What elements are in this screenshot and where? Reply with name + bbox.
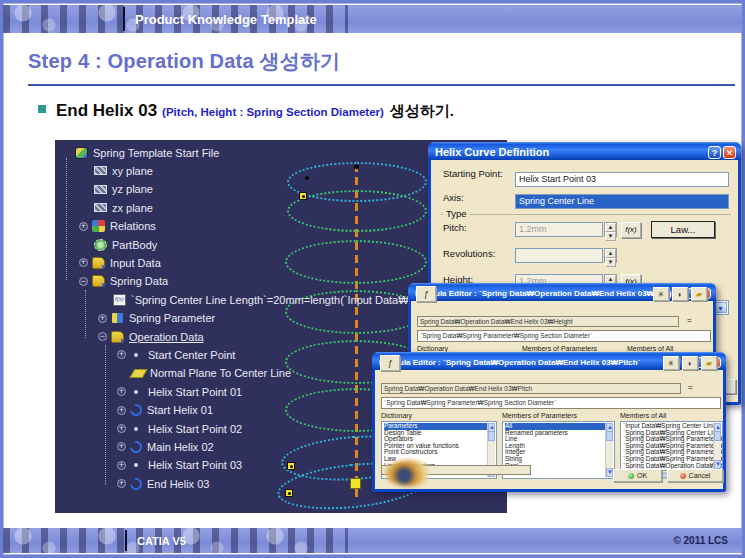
tree-item-yz-plane[interactable]: yz plane: [79, 181, 153, 198]
tree-item-helix-start-point-02[interactable]: +Helix Start Point 02: [117, 420, 242, 437]
formula-target-field: Spring Data₩Operation Data₩End Helix 03₩…: [417, 316, 679, 327]
tree-item-end-helix-03[interactable]: +End Helix 03: [117, 475, 209, 492]
data-icon: [92, 275, 105, 287]
tree-item-label[interactable]: xy plane: [112, 165, 153, 177]
wand-icon[interactable]: ✳: [653, 287, 669, 301]
tree-item-label[interactable]: Operation Data: [129, 331, 204, 343]
expand-icon[interactable]: +: [117, 479, 126, 488]
tree-item-spring-template-start-file[interactable]: Spring Template Start File: [60, 144, 219, 161]
formula-expression-input[interactable]: `Spring Data₩Spring Parameter₩Spring Sec…: [417, 330, 711, 342]
formula-ok-button[interactable]: OK: [613, 469, 662, 482]
list-item[interactable]: Point Constructors: [384, 449, 495, 456]
pitch-input[interactable]: 1.2mm: [515, 222, 603, 237]
tree-item-helix-start-point-03[interactable]: +Helix Start Point 03: [117, 457, 242, 474]
tree-item-label[interactable]: Helix Start Point 03: [148, 459, 242, 471]
tree-item-label[interactable]: zx plane: [112, 202, 153, 214]
revolutions-spinner[interactable]: ▲▼: [604, 248, 617, 263]
expand-icon[interactable]: +: [117, 406, 126, 415]
tree-item-operation-data[interactable]: −Operation Data: [98, 328, 204, 345]
tree-item-label[interactable]: Input Data: [110, 257, 161, 269]
comment-icon[interactable]: ◗: [682, 356, 698, 370]
end-point-marker[interactable]: [350, 478, 361, 489]
expand-icon[interactable]: +: [98, 314, 107, 323]
pitch-formula-button[interactable]: f(x): [621, 222, 641, 238]
expand-icon[interactable]: +: [79, 222, 88, 231]
tree-item-zx-plane[interactable]: zx plane: [79, 199, 153, 216]
tree-item-label[interactable]: Spring Data: [110, 275, 168, 287]
start-center-point-marker[interactable]: [354, 164, 359, 169]
tree-item-relations[interactable]: +Relations: [79, 218, 156, 235]
dictionary-header: Dictionary: [381, 412, 412, 419]
axis-input[interactable]: Spring Center Line: [515, 194, 729, 209]
helix-start-point-marker[interactable]: [285, 489, 293, 497]
spring-coil[interactable]: [285, 240, 427, 284]
tree-item-label[interactable]: Helix Start Point 02: [148, 423, 242, 435]
revolutions-input[interactable]: [515, 248, 603, 263]
tree-item-main-helix-02[interactable]: +Main Helix 02: [117, 438, 214, 455]
list-item[interactable]: String: [505, 456, 613, 463]
tree-item-label[interactable]: Helix Start Point 01: [148, 386, 242, 398]
tree-item-label[interactable]: PartBody: [112, 239, 157, 251]
wand-icon[interactable]: ✳: [663, 356, 679, 370]
collapse-icon[interactable]: −: [79, 277, 88, 286]
tree-item-xy-plane[interactable]: xy plane: [79, 162, 153, 179]
helix-start-point-marker[interactable]: [287, 462, 295, 470]
scrollbar[interactable]: [605, 423, 613, 477]
helix-dialog-titlebar[interactable]: Helix Curve Definition ? ✕: [428, 142, 741, 160]
tree-item-normal-plane-to-center-line[interactable]: Normal Plane To Center Line: [117, 365, 291, 382]
bullet-main-text: End Helix 03: [56, 101, 157, 121]
slide: Product Knowledge Template Step 4 : Oper…: [0, 0, 745, 558]
help-button[interactable]: ?: [708, 146, 721, 159]
tree-item-label[interactable]: yz plane: [112, 183, 153, 195]
tree-item-label[interactable]: Spring Template Start File: [93, 147, 219, 159]
expand-icon[interactable]: +: [117, 461, 126, 470]
spring-coil[interactable]: [287, 190, 427, 232]
pitch-spinner[interactable]: ▲▼: [604, 222, 617, 237]
expand-icon[interactable]: +: [117, 350, 126, 359]
tree-item-label[interactable]: `Spring Center Line Length`=20mm=length(…: [131, 294, 428, 306]
tree-item-label[interactable]: Start Helix 01: [147, 404, 213, 416]
tree-item-input-data[interactable]: +Input Data: [79, 254, 161, 271]
point-marker[interactable]: [305, 176, 309, 180]
expand-icon[interactable]: +: [117, 387, 126, 396]
comment-icon[interactable]: ◗: [672, 287, 688, 301]
tree-item-spring-data[interactable]: −Spring Data: [79, 273, 168, 290]
tree-item-label[interactable]: Relations: [110, 220, 156, 232]
bullet-suffix-text: 생성하기.: [390, 102, 454, 121]
close-button[interactable]: ✕: [723, 146, 736, 159]
formula-height-titlebar[interactable]: Formula Editor : `Spring Data₩Operation …: [408, 283, 716, 301]
tree-item-start-center-point[interactable]: +Start Center Point: [117, 346, 235, 363]
type-group-label: Type: [443, 208, 470, 219]
collapse-icon[interactable]: −: [98, 332, 107, 341]
tree-item-label[interactable]: Spring Parameter: [129, 312, 215, 324]
starting-point-input[interactable]: Helix Start Point 03: [515, 172, 729, 187]
expand-icon[interactable]: +: [79, 258, 88, 267]
tree-item-helix-start-point-01[interactable]: +Helix Start Point 01: [117, 383, 242, 400]
point-icon: [130, 423, 143, 435]
tree-item-label[interactable]: Normal Plane To Center Line: [150, 367, 291, 379]
formula-graph-icon[interactable]: ƒ: [416, 286, 436, 302]
helix-icon: [128, 439, 145, 456]
law-button[interactable]: Law...: [651, 221, 715, 238]
members-of-all-list[interactable]: `Input Data₩Spring Center Line``Spring D…: [620, 421, 723, 471]
tree-item-label[interactable]: End Helix 03: [147, 478, 209, 490]
expand-icon[interactable]: +: [117, 424, 126, 433]
formula-expression-input[interactable]: `Spring Data₩Spring Parameter₩Spring Sec…: [381, 397, 721, 409]
tree-item-label[interactable]: Start Center Point: [148, 349, 235, 361]
footer-divider: [125, 530, 127, 551]
tree-item-spring-center-line-length-20mm-l[interactable]: `Spring Center Line Length`=20mm=length(…: [98, 291, 428, 308]
plane-icon: [94, 203, 107, 212]
eraser-icon[interactable]: ▰: [691, 287, 707, 301]
tree-guide-line: [105, 345, 106, 485]
formula-graph-icon[interactable]: ƒ: [380, 355, 400, 371]
expand-icon[interactable]: +: [117, 442, 126, 451]
eraser-icon[interactable]: ▰: [701, 356, 717, 370]
tree-item-spring-parameter[interactable]: +Spring Parameter: [98, 310, 215, 327]
scrollbar[interactable]: [713, 423, 721, 469]
tree-item-start-helix-01[interactable]: +Start Helix 01: [117, 402, 213, 419]
list-item[interactable]: Renamed parameters: [505, 430, 613, 437]
formula-cancel-button[interactable]: Cancel: [667, 469, 723, 482]
tree-item-label[interactable]: Main Helix 02: [147, 441, 214, 453]
helix-start-point-marker[interactable]: [299, 192, 307, 200]
tree-item-partbody[interactable]: PartBody: [79, 236, 157, 253]
